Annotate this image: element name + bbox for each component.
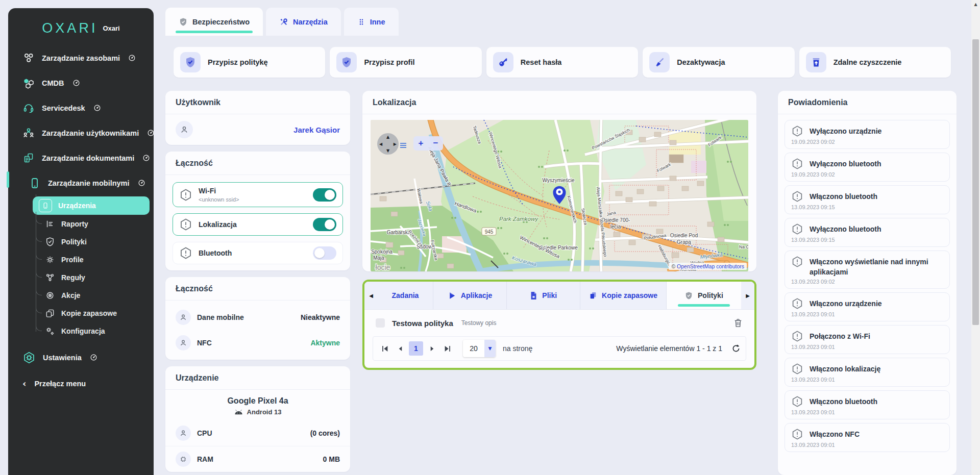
deactivate-button[interactable]: Dezaktywacja [643, 47, 794, 78]
sidebar-item-rules[interactable]: Reguły [8, 268, 154, 286]
sidebar-item-actions[interactable]: Akcje [8, 286, 154, 304]
reset-password-button[interactable]: Reset hasła [486, 47, 638, 78]
notification-time: 13.09.2023 09:01 [791, 311, 943, 317]
gauge-icon [72, 79, 80, 87]
tab-label: Inne [370, 18, 385, 26]
next-page-button[interactable] [425, 342, 438, 355]
nfc-row: NFC Aktywne [165, 330, 350, 360]
settings-gear-icon [22, 351, 36, 364]
sidebar-item-users[interactable]: Zarządzanie użytkownikami [8, 120, 154, 145]
pan-up-icon[interactable]: ▲ [386, 135, 389, 139]
gauge-icon [93, 104, 101, 112]
sidebar-item-label: Akcje [61, 291, 80, 299]
detail-tab-polityki[interactable]: Polityki [666, 282, 741, 309]
chip-icon [176, 452, 191, 467]
tab-inne[interactable]: Inne [344, 8, 399, 36]
toggle-knob [325, 219, 335, 230]
notification-item[interactable]: Połączono z Wi-Fi 13.09.2023 09:01 [785, 325, 950, 354]
zoom-out-button[interactable]: − [428, 136, 443, 151]
pan-right-icon[interactable]: ▶ [394, 142, 397, 146]
notification-item[interactable]: Włączono lokalizację 13.09.2023 09:01 [785, 358, 950, 387]
sidebar-item-servicedesk[interactable]: Servicedesk [8, 95, 154, 120]
detail-tab-kopie-zapasowe[interactable]: Kopie zapasowe [580, 282, 666, 309]
sidebar-item-assets[interactable]: Zarządzanie zasobami [8, 45, 154, 70]
toggle-menu-button[interactable]: ‹ Przełącz menu [8, 370, 154, 389]
tree-connector [36, 247, 42, 260]
shield-check-icon [180, 52, 201, 72]
first-page-button[interactable] [378, 342, 391, 355]
remote-wipe-button[interactable]: Zdalne czyszczenie [799, 47, 951, 78]
row-label: CPU [197, 429, 212, 437]
sidebar-item-backups[interactable]: Kopie zapasowe [8, 304, 154, 322]
notification-item[interactable]: Włączono bluetooth 13.09.2023 09:01 [785, 390, 950, 419]
assign-profile-button[interactable]: Przypisz profil [330, 47, 481, 78]
hexagon-alert-icon [791, 190, 803, 203]
notification-item[interactable]: Włączono wyświetlanie nad innymi aplikac… [785, 251, 950, 289]
row-checkbox[interactable] [376, 318, 385, 328]
toggle-knob [314, 248, 325, 258]
detail-tab-zadania[interactable]: Zadania [378, 282, 433, 309]
delete-policy-button[interactable] [733, 318, 743, 328]
map-zoom-control: + − [413, 136, 443, 151]
sidebar-item-policies[interactable]: Polityki [8, 233, 154, 251]
notification-item[interactable]: Wyłączono urządznie 19.09.2023 09:02 [785, 120, 950, 149]
sidebar-item-settings[interactable]: Ustawienia [8, 345, 154, 370]
toggle-menu-label: Przełącz menu [34, 380, 86, 388]
attribution-link[interactable]: OpenStreetMap contributors [677, 263, 744, 269]
wifi-toggle[interactable] [313, 188, 336, 202]
location-card: Lokalizacja [362, 91, 756, 271]
map-pan-control[interactable]: ▲ ▼ ◀ ▶ [377, 133, 399, 155]
tab-bezpieczenstwo[interactable]: Bezpieczeństwo [165, 8, 263, 36]
action-label: Zdalne czyszczenie [834, 58, 902, 66]
location-row: Lokalizacja [173, 213, 343, 236]
bluetooth-toggle[interactable] [313, 246, 336, 260]
notification-item[interactable]: Włączono urządzenie 13.09.2023 09:01 [785, 292, 950, 321]
sidebar-item-mobile-management[interactable]: Zarządzanie mobilnymi [8, 170, 154, 195]
bluetooth-row: Bluetooth [173, 242, 343, 264]
hexagon-alert-icon [179, 218, 192, 231]
tree-connector [36, 301, 42, 313]
detail-tab-pliki[interactable]: Pliki [506, 282, 580, 309]
page-size-select[interactable]: 20 ▼ [463, 340, 496, 357]
sidebar-item-profiles[interactable]: Profile [8, 251, 154, 268]
detail-tab-label: Zadania [392, 291, 419, 299]
detail-tab-aplikacje[interactable]: Aplikacje [433, 282, 506, 309]
page-scrollbar[interactable]: ▲ [971, 0, 980, 475]
current-page-button[interactable]: 1 [409, 341, 423, 356]
notification-item[interactable]: Wyłączono bluetooth 19.09.2023 09:02 [785, 153, 950, 182]
scrollbar-up-arrow[interactable]: ▲ [974, 2, 977, 7]
tabs-scroll-right-button[interactable]: ▶ [741, 282, 754, 309]
prev-page-button[interactable] [394, 342, 407, 355]
notification-item[interactable]: Włączono NFC 13.09.2023 09:01 [785, 423, 950, 452]
sidebar-item-label: Konfiguracja [61, 327, 105, 335]
headset-icon [22, 102, 35, 114]
row-label: RAM [197, 455, 213, 463]
sidebar-item-reports[interactable]: Raporty [8, 215, 154, 233]
assign-policy-button[interactable]: Przypisz politykę [174, 47, 325, 78]
scrollbar-thumb[interactable] [972, 39, 979, 325]
hexagon-alert-icon [791, 297, 803, 310]
sidebar-item-label: Reguły [61, 273, 85, 282]
sidebar-item-devices[interactable]: Urządzenia [33, 196, 150, 215]
location-toggle[interactable] [313, 218, 336, 231]
map-attribution: © OpenStreetMap contributors [669, 263, 747, 270]
sidebar-item-cmdb[interactable]: CMDB [8, 70, 154, 95]
sidebar-item-label: Profile [61, 256, 84, 264]
sidebar-item-configuration[interactable]: Konfiguracja [8, 322, 154, 340]
pan-down-icon[interactable]: ▼ [386, 148, 389, 153]
notification-item[interactable]: Wyłączono bluetooth 13.09.2023 09:15 [785, 218, 950, 247]
pan-left-icon[interactable]: ◀ [379, 142, 382, 146]
quick-actions-row: Przypisz politykę Przypisz profil Reset … [174, 47, 951, 78]
last-page-button[interactable] [440, 342, 454, 355]
hexagon-alert-icon [791, 256, 803, 268]
sidebar-item-documents[interactable]: Zarządzanie dokumentami [8, 145, 154, 170]
notification-item[interactable]: Włączono bluetooth 13.09.2023 09:15 [785, 185, 950, 214]
user-name-link[interactable]: Jarek Gąsior [293, 126, 340, 134]
svg-text:Garbarska: Garbarska [387, 230, 411, 235]
status-value: Aktywne [310, 339, 340, 347]
zoom-in-button[interactable]: + [413, 136, 428, 151]
tabs-scroll-left-button[interactable]: ◀ [364, 282, 378, 309]
refresh-button[interactable] [731, 344, 741, 353]
policy-table-row[interactable]: Testowa polityka Testowy opis [364, 310, 754, 335]
tab-narzedzia[interactable]: Narzędzia [266, 8, 341, 36]
